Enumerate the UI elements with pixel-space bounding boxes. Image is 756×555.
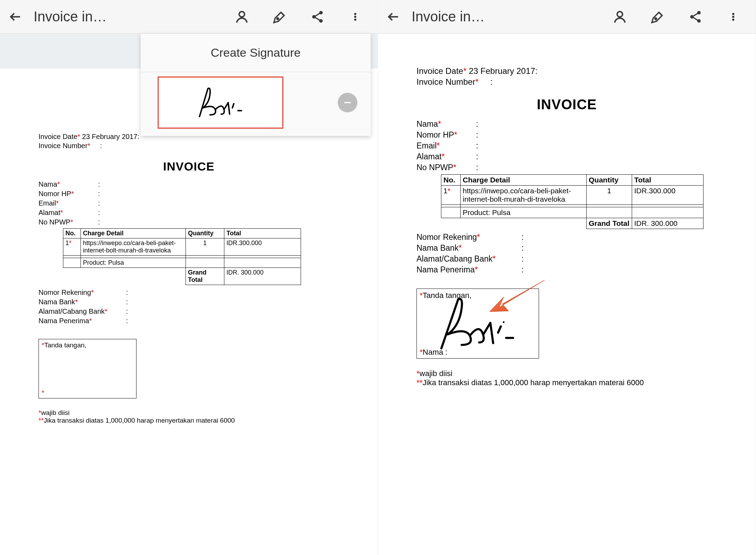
create-signature-header: Create Signature — [141, 34, 371, 72]
profile-button[interactable] — [611, 8, 628, 25]
invoice-date-row: Invoice Date* 23 February 2017: — [416, 66, 717, 76]
toolbar-right: Invoice in… — [378, 0, 756, 34]
table-row: Product: Pulsa — [441, 207, 704, 218]
svg-point-9 — [617, 11, 622, 16]
svg-point-14 — [732, 13, 734, 15]
table-row: Grand Total IDR. 300.000 — [63, 268, 301, 285]
minus-icon — [343, 98, 352, 107]
back-arrow-icon — [386, 10, 400, 24]
back-arrow-icon — [8, 10, 22, 24]
invoice-heading: INVOICE — [38, 160, 339, 173]
page-title: Invoice in… — [34, 9, 107, 25]
more-vertical-icon — [728, 10, 738, 24]
pen-nib-icon — [272, 9, 287, 25]
person-icon — [612, 9, 628, 25]
toolbar-left: Invoice in… — [0, 0, 378, 34]
remove-signature-button[interactable] — [338, 93, 357, 112]
page-title: Invoice in… — [412, 9, 485, 25]
placed-signature-icon[interactable] — [431, 294, 525, 354]
signature-icon — [189, 83, 252, 122]
table-row — [441, 205, 704, 207]
sign-button[interactable] — [649, 8, 666, 25]
create-signature-panel: Create Signature — [141, 34, 371, 136]
sign-button[interactable] — [271, 8, 288, 25]
person-icon — [234, 9, 250, 25]
footnotes: *wajib diisi **Jika transaksi diatas 1,0… — [416, 369, 717, 387]
invoice-number-row: Invoice Number* : — [416, 77, 717, 87]
table-row — [63, 256, 301, 258]
svg-point-5 — [354, 13, 356, 15]
share-button[interactable] — [687, 8, 704, 25]
table-row: 1* https://inwepo.co/cara-beli-paket-int… — [441, 186, 704, 205]
invoice-document-right: Invoice Date* 23 February 2017: Invoice … — [378, 34, 756, 387]
table-row: 1* https://inwepo.co/cara-beli-paket-int… — [63, 238, 301, 256]
bank-fields: Nomor Rekening*: Nama Bank*: Alamat/Caba… — [38, 289, 339, 325]
document-area-right[interactable]: Invoice Date* 23 February 2017: Invoice … — [378, 34, 756, 555]
svg-point-10 — [655, 18, 657, 20]
overflow-button[interactable] — [725, 8, 742, 25]
svg-point-7 — [354, 19, 356, 20]
profile-button[interactable] — [233, 8, 250, 25]
bank-fields: Nomor Rekening*: Nama Bank*: Alamat/Caba… — [416, 233, 717, 275]
svg-rect-8 — [344, 102, 351, 103]
invoice-number-row: Invoice Number* : — [38, 142, 339, 150]
svg-point-6 — [354, 16, 356, 18]
footnotes: *wajib diisi **Jika transaksi diatas 1,0… — [38, 409, 339, 424]
signature-thumbnail[interactable] — [158, 76, 284, 129]
back-button[interactable] — [7, 8, 24, 25]
share-icon — [310, 10, 324, 24]
charges-table-right: No. Charge Detail Quantity Total 1* http… — [441, 174, 704, 229]
left-phone: Invoice in… Create Signature — [0, 0, 378, 555]
svg-point-1 — [277, 18, 279, 20]
more-vertical-icon — [350, 10, 360, 24]
svg-point-0 — [239, 11, 244, 16]
document-area-left[interactable]: Create Signature Invoice Date* 23 Februa… — [0, 34, 378, 555]
invoice-heading: INVOICE — [416, 97, 717, 112]
customer-fields: Nama*: Nomor HP*: Email*: Alamat*: No NP… — [416, 119, 717, 172]
table-row: Product: Pulsa — [63, 258, 301, 268]
svg-point-16 — [732, 19, 734, 20]
back-button[interactable] — [385, 8, 402, 25]
table-header-row: No. Charge Detail Quantity Total — [63, 229, 301, 238]
share-button[interactable] — [309, 8, 326, 25]
overflow-button[interactable] — [347, 8, 364, 25]
share-icon — [688, 10, 702, 24]
signature-box-right[interactable]: *Tanda tangan, *Nama : — [416, 289, 539, 359]
table-row: Grand Total IDR. 300.000 — [441, 218, 704, 229]
table-header-row: No. Charge Detail Quantity Total — [441, 175, 704, 186]
pen-nib-icon — [650, 9, 665, 25]
svg-point-15 — [732, 16, 734, 18]
customer-fields: Nama*: Nomor HP*: Email*: Alamat*: No NP… — [38, 180, 339, 226]
right-phone: Invoice in… Invoice Date* 23 February 20… — [378, 0, 756, 555]
charges-table-left: No. Charge Detail Quantity Total 1* http… — [63, 228, 301, 285]
signature-box-left[interactable]: *Tanda tangan, * — [38, 339, 136, 398]
svg-point-17 — [503, 321, 505, 323]
